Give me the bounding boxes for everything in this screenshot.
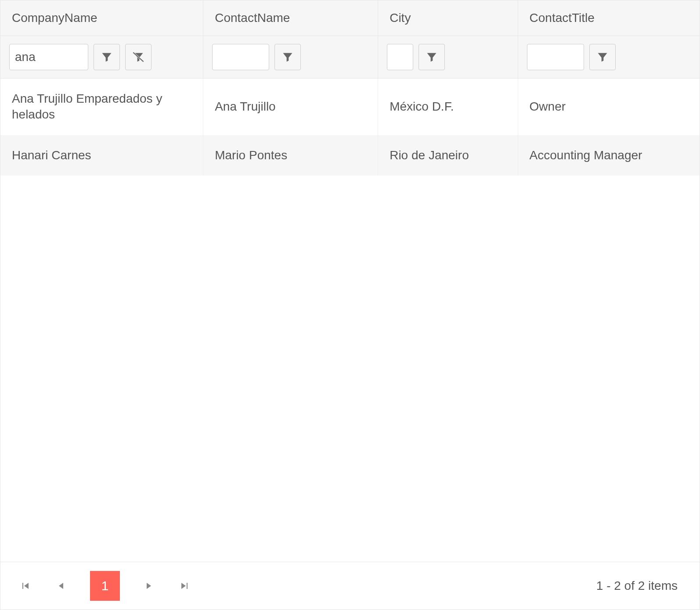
filter-button-contactname[interactable] [274, 44, 301, 70]
filter-cell-companyname [9, 44, 194, 70]
filter-icon [281, 51, 294, 63]
column-header-label: ContactName [215, 11, 290, 25]
column-header-label: CompanyName [12, 11, 97, 25]
column-header-label: ContactTitle [530, 11, 595, 25]
clear-filter-button-companyname[interactable] [125, 44, 152, 70]
grid-body: Ana Trujillo Emparedados y helados Ana T… [0, 79, 700, 562]
filter-icon [426, 51, 438, 63]
page-prev-icon [56, 581, 66, 591]
pager-page-label: 1 [101, 578, 109, 593]
filter-icon [101, 51, 113, 63]
filter-input-companyname[interactable] [9, 44, 88, 70]
page-first-icon [20, 581, 30, 591]
column-header-row: CompanyName ContactName City ContactTitl… [0, 0, 700, 36]
filter-input-contactname[interactable] [212, 44, 269, 70]
pager-first-button[interactable] [18, 579, 32, 593]
filter-button-city[interactable] [419, 44, 445, 70]
filter-icon [596, 51, 609, 63]
cell-contactname: Ana Trujillo [203, 79, 378, 135]
filter-button-contacttitle[interactable] [589, 44, 616, 70]
filter-button-companyname[interactable] [94, 44, 120, 70]
pager-info: 1 - 2 of 2 items [596, 579, 678, 593]
pager: 1 1 - 2 of 2 items [0, 562, 700, 610]
filter-cell-contactname [212, 44, 369, 70]
filter-input-city[interactable] [387, 44, 413, 70]
table-row[interactable]: Ana Trujillo Emparedados y helados Ana T… [0, 79, 700, 135]
column-header-contacttitle[interactable]: ContactTitle [518, 0, 700, 36]
filter-row [0, 36, 700, 79]
filter-cell-city [387, 44, 509, 70]
page-last-icon [180, 581, 190, 591]
cell-city: México D.F. [378, 79, 518, 135]
column-header-contactname[interactable]: ContactName [203, 0, 378, 36]
data-grid: CompanyName ContactName City ContactTitl… [0, 0, 700, 610]
column-header-label: City [390, 11, 411, 25]
cell-contacttitle: Owner [518, 79, 700, 135]
pager-next-button[interactable] [142, 579, 156, 593]
column-header-companyname[interactable]: CompanyName [0, 0, 203, 36]
page-next-icon [144, 581, 154, 591]
filter-input-contacttitle[interactable] [527, 44, 584, 70]
pager-page-current[interactable]: 1 [90, 571, 120, 601]
pager-nav: 1 [18, 571, 192, 601]
pager-prev-button[interactable] [54, 579, 68, 593]
column-header-city[interactable]: City [378, 0, 518, 36]
table-row[interactable]: Hanari Carnes Mario Pontes Rio de Janeir… [0, 135, 700, 176]
cell-contactname: Mario Pontes [203, 135, 378, 176]
filter-cell-contacttitle [527, 44, 691, 70]
grid-header: CompanyName ContactName City ContactTitl… [0, 0, 700, 79]
clear-filter-icon [132, 51, 144, 63]
cell-contacttitle: Accounting Manager [518, 135, 700, 176]
cell-companyname: Hanari Carnes [0, 135, 203, 176]
pager-last-button[interactable] [178, 579, 192, 593]
cell-companyname: Ana Trujillo Emparedados y helados [0, 79, 203, 135]
cell-city: Rio de Janeiro [378, 135, 518, 176]
